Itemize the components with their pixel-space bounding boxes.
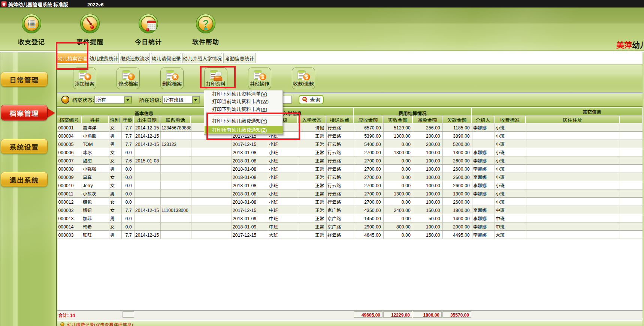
svg-text:e: e <box>130 74 133 80</box>
svg-text:$: $ <box>305 74 308 80</box>
